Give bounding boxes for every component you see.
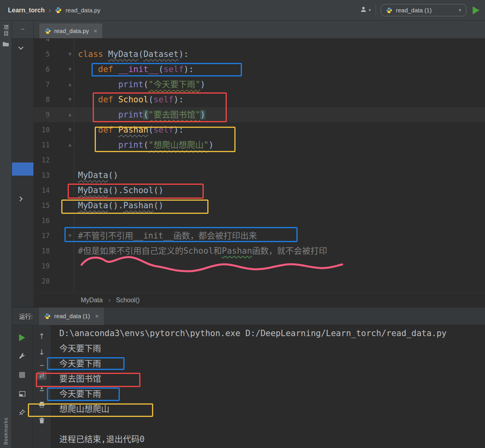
code-text bbox=[74, 153, 78, 168]
line-number[interactable]: 19 bbox=[34, 258, 50, 274]
fold-end-icon[interactable]: ▵ bbox=[50, 137, 74, 153]
code-line[interactable]: 8▿ def School(self): bbox=[34, 92, 485, 107]
code-token: Dataset bbox=[143, 49, 179, 59]
line-number[interactable]: 18 bbox=[34, 243, 50, 258]
down-stacktrace-button[interactable]: ↓ bbox=[33, 344, 51, 360]
fold-end-icon[interactable]: ▵ bbox=[50, 77, 74, 92]
line-number[interactable]: 10 bbox=[34, 122, 50, 137]
code-token: ) bbox=[200, 80, 205, 89]
fold-gutter bbox=[50, 213, 74, 228]
project-tool-window-button[interactable]: 项目 bbox=[2, 25, 10, 37]
collapse-all-button[interactable]: − bbox=[33, 360, 51, 370]
tree-expand-down-icon[interactable] bbox=[18, 45, 23, 50]
line-number[interactable]: 7 bbox=[34, 77, 50, 92]
line-number[interactable]: 5 bbox=[34, 47, 50, 62]
project-panel-strip: − bbox=[12, 21, 34, 307]
code-token: def bbox=[98, 95, 119, 104]
code-line[interactable]: 9▵ print("要去图书馆") bbox=[34, 107, 485, 122]
line-number[interactable]: 6 bbox=[34, 62, 50, 77]
tab-file-name: read_data.py bbox=[54, 27, 89, 34]
scroll-to-end-button[interactable] bbox=[33, 381, 51, 397]
breadcrumb-item[interactable]: MyData bbox=[81, 297, 103, 304]
fold-start-icon[interactable]: ▿ bbox=[50, 62, 74, 77]
collapse-icon: − bbox=[39, 362, 44, 369]
bookmarks-tool-window-button[interactable]: Bookmarks bbox=[3, 417, 9, 445]
code-token: class bbox=[78, 49, 108, 59]
soft-wrap-button[interactable]: ⇄ bbox=[33, 370, 51, 381]
dropdown-caret-icon: ▾ bbox=[459, 8, 461, 13]
line-number[interactable]: 11 bbox=[34, 137, 50, 153]
code-line[interactable]: 17▿#不管引不引用__init__函数，都会被打印出来 bbox=[34, 228, 485, 243]
clear-console-button[interactable] bbox=[33, 413, 51, 428]
code-line[interactable]: 12 bbox=[34, 153, 485, 168]
code-line[interactable]: 19 bbox=[34, 258, 485, 274]
code-line[interactable]: 13MyData() bbox=[34, 168, 485, 183]
close-tab-icon[interactable]: × bbox=[94, 27, 97, 34]
code-editor[interactable]: 45▿class MyData(Dataset):6▿ def __init__… bbox=[34, 39, 485, 293]
tree-expand-right-icon[interactable] bbox=[18, 196, 23, 202]
line-number[interactable]: 13 bbox=[34, 168, 50, 183]
line-number[interactable]: 14 bbox=[34, 183, 50, 198]
project-name[interactable]: Learn_torch bbox=[8, 7, 45, 14]
title-file-name[interactable]: read_data.py bbox=[66, 7, 101, 14]
code-token: self bbox=[154, 125, 174, 135]
line-number[interactable]: 15 bbox=[34, 198, 50, 213]
printer-icon bbox=[38, 401, 45, 408]
hide-panel-icon[interactable]: − bbox=[21, 25, 25, 33]
code-line[interactable]: 10▿ def Pashan(self): bbox=[34, 122, 485, 137]
fold-start-icon[interactable]: ▿ bbox=[50, 228, 74, 243]
line-number[interactable]: 9 bbox=[34, 107, 50, 122]
restore-layout-button[interactable] bbox=[12, 384, 32, 403]
settings-wrench-button[interactable] bbox=[12, 347, 32, 366]
code-token: MyData bbox=[78, 186, 108, 195]
code-token: ().School() bbox=[108, 186, 164, 195]
run-tab[interactable]: read_data (1) × bbox=[39, 307, 104, 325]
fold-start-icon[interactable]: ▿ bbox=[50, 47, 74, 62]
project-panel-header: − bbox=[12, 21, 33, 39]
line-number[interactable]: 17 bbox=[34, 228, 50, 243]
code-line[interactable]: 15MyData().Pashan() bbox=[34, 198, 485, 213]
user-account-button[interactable]: ▾ bbox=[360, 6, 371, 15]
code-line[interactable]: 7▵ print("今天要下雨") bbox=[34, 77, 485, 92]
breadcrumb-item[interactable]: School() bbox=[116, 297, 140, 304]
run-button[interactable] bbox=[473, 6, 479, 14]
code-token: Pashan bbox=[118, 125, 148, 135]
rerun-button[interactable] bbox=[12, 328, 32, 347]
tool-window-bar: 项目 Bookmarks bbox=[0, 21, 12, 448]
project-tree-selection[interactable] bbox=[12, 162, 33, 176]
code-line[interactable]: 6▿ def __init__(self): bbox=[34, 62, 485, 77]
line-number[interactable]: 16 bbox=[34, 213, 50, 228]
up-stacktrace-button[interactable]: ↑ bbox=[33, 328, 51, 344]
line-number[interactable]: 20 bbox=[34, 274, 50, 289]
editor-tab[interactable]: read_data.py × bbox=[39, 23, 102, 38]
code-line[interactable]: 14MyData().School() bbox=[34, 183, 485, 198]
line-number[interactable]: 12 bbox=[34, 153, 50, 168]
folder-icon[interactable] bbox=[2, 41, 9, 49]
print-button[interactable] bbox=[33, 397, 51, 413]
fold-start-icon[interactable]: ▿ bbox=[50, 92, 74, 107]
console-line: D:\anaconda3\envs\pytorch\python.exe D:/… bbox=[59, 326, 485, 341]
code-token: Pashan bbox=[222, 246, 252, 256]
close-run-tab-icon[interactable]: × bbox=[95, 313, 99, 319]
run-configuration-selector[interactable]: read_data (1) ▾ bbox=[381, 4, 466, 16]
code-line[interactable]: 4 bbox=[34, 39, 485, 47]
code-line[interactable]: 18#但是如果不引用自己定义的School和Pashan函数，就不会被打印 bbox=[34, 243, 485, 258]
fold-start-icon[interactable]: ▿ bbox=[50, 122, 74, 137]
code-line[interactable]: 16 bbox=[34, 213, 485, 228]
gutter: 17▿ bbox=[34, 228, 74, 243]
run-body: ↑ ↓ − ⇄ D:\anaconda bbox=[12, 325, 485, 448]
fold-end-icon[interactable]: ▵ bbox=[50, 107, 74, 122]
code-token: "想爬山想爬山" bbox=[148, 140, 208, 150]
code-line[interactable]: 11▵ print("想爬山想爬山") bbox=[34, 137, 485, 153]
pin-button[interactable] bbox=[12, 403, 32, 422]
code-line[interactable]: 20 bbox=[34, 274, 485, 289]
code-token: ( bbox=[148, 95, 154, 104]
code-text: MyData() bbox=[74, 168, 118, 183]
code-token: #不管引不引用__init__函数，都会被打印出来 bbox=[78, 231, 257, 241]
line-number[interactable]: 4 bbox=[34, 39, 50, 47]
fold-gutter bbox=[50, 258, 74, 274]
code-line[interactable]: 5▿class MyData(Dataset): bbox=[34, 47, 485, 62]
code-token: #但是如果不引用自己定义的School和 bbox=[78, 246, 222, 256]
stop-button[interactable] bbox=[12, 366, 32, 384]
line-number[interactable]: 8 bbox=[34, 92, 50, 107]
